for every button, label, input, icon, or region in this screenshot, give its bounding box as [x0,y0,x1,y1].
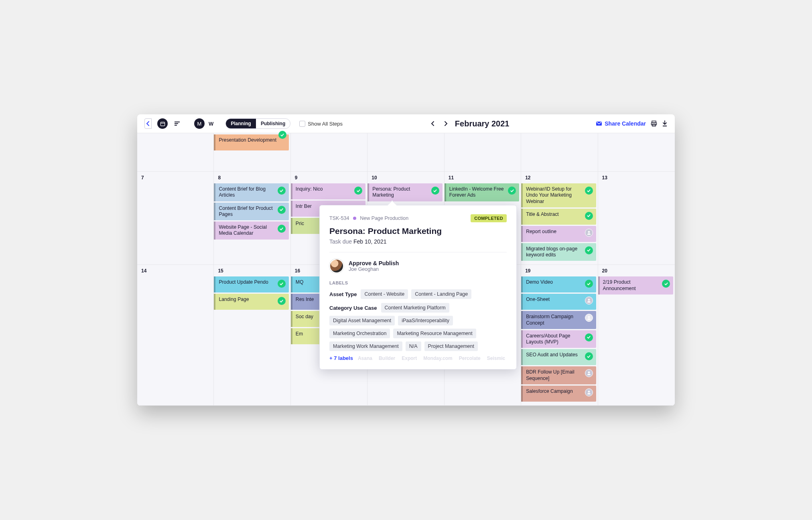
task-card[interactable]: Product Update Pendo [214,276,288,292]
task-card[interactable]: Brainstorm Campaign Concept [521,311,596,329]
more-labels[interactable]: + 7 labels AsanaBuilderExportMonday.comP… [329,355,507,361]
check-icon [278,280,286,288]
task-card[interactable]: Careers/About Page Layouts (MVP) [521,330,596,348]
svg-point-13 [588,316,590,318]
label-tag[interactable]: Content - Website [361,289,408,299]
label-tag[interactable]: Marketing Orchestration [329,329,390,338]
day-number: 15 [214,265,290,275]
task-card[interactable]: Salesforce Campaign [521,386,596,402]
day-number: 10 [367,172,444,182]
label-group: Category Use CaseContent Marketing Platf… [329,303,507,351]
header: M W Planning Publishing Show All Steps F… [137,114,675,133]
back-button[interactable] [144,118,152,129]
download-icon[interactable] [662,120,668,127]
label-group-name: Asset Type [329,291,357,297]
task-card[interactable]: 2/19 Product Announcement [598,276,673,295]
show-all-steps-checkbox[interactable]: Show All Steps [299,121,343,127]
month-label: February 2021 [455,119,510,128]
day-number: 14 [137,265,213,275]
task-card[interactable]: Presentation Development [214,134,288,150]
check-icon [585,246,593,254]
label-tag[interactable]: N/A [406,341,421,351]
task-card-label: Webinar/ID Setup for Undo Your Marketing… [526,186,582,205]
task-card[interactable]: LinkedIn - Welcome Free Forever Ads [445,183,519,201]
task-card-label: Content Brief for Product Pages [219,205,275,218]
calendar-cell[interactable] [598,133,675,172]
task-card[interactable]: Persona: Product Marketing [367,183,442,201]
assignee-avatar [329,259,344,273]
avatar-m[interactable]: M [194,118,205,129]
task-title: Persona: Product Marketing [329,226,507,236]
check-icon [508,187,516,195]
assignee-avatar-icon [585,297,593,305]
calendar-cell[interactable] [291,133,367,172]
task-card[interactable]: Report outline [521,226,596,242]
calendar-cell[interactable] [367,133,444,172]
calendar-cell[interactable]: 7 [137,172,214,265]
label-tag[interactable]: Content Marketing Platform [381,303,449,313]
check-icon [662,280,670,288]
task-card-label: Website Page - Social Media Calendar [219,224,275,237]
calendar-cell[interactable] [521,133,598,172]
calendar-cell[interactable]: 13 [598,172,675,265]
next-month[interactable] [442,119,449,128]
print-icon[interactable] [651,120,657,127]
task-card-label: Migrated blogs on-page keyword edits [526,246,582,258]
toggle-publishing[interactable]: Publishing [256,119,290,128]
status-badge: COMPLETED [471,214,507,222]
app-frame: M W Planning Publishing Show All Steps F… [137,114,675,406]
calendar-cell[interactable]: 14 [137,265,214,406]
share-calendar[interactable]: Share Calendar [596,120,646,127]
task-card[interactable]: One-Sheet [521,294,596,310]
calendar-cell[interactable]: 8Content Brief for Blog ArticlesContent … [214,172,290,265]
calendar-cell[interactable]: 15Product Update PendoLanding Page [214,265,290,406]
calendar-cell[interactable] [137,133,214,172]
task-card[interactable]: Demo Video [521,276,596,292]
toggle-planning[interactable]: Planning [226,119,256,128]
calendar-cell[interactable]: 202/19 Product Announcement [598,265,675,406]
task-popover: TSK-534 New Page Production COMPLETED Pe… [319,205,517,370]
label-tag[interactable]: Marketing Work Management [329,341,402,351]
ghost-labels: AsanaBuilderExportMonday.comPercolateSei… [358,355,505,361]
task-card[interactable]: Website Page - Social Media Calendar [214,221,288,240]
task-card[interactable]: Migrated blogs on-page keyword edits [521,243,596,261]
calendar-cell[interactable]: Presentation Development [214,133,290,172]
task-card[interactable]: Content Brief for Blog Articles [214,183,288,201]
task-due: Task due Feb 10, 2021 [329,238,507,245]
label-tag[interactable]: Project Management [424,341,478,351]
task-card[interactable]: BDR Follow Up [Email Sequence] [521,366,596,384]
label-tag[interactable]: Content - Landing Page [411,289,471,299]
task-card-label: One-Sheet [526,297,582,303]
task-card-label: Inquiry: Nico [296,186,352,192]
calendar-cell[interactable] [445,133,521,172]
task-card[interactable]: Landing Page [214,294,288,310]
task-card[interactable]: Content Brief for Product Pages [214,203,288,221]
step-name: Approve & Publish [349,260,399,266]
calendar-cell[interactable]: 12Webinar/ID Setup for Undo Your Marketi… [521,172,598,265]
task-card-label: Presentation Development [219,137,285,143]
task-card[interactable]: Title & Abstract [521,209,596,225]
task-card-label: SEO Audit and Updates [526,352,582,358]
day-number: 20 [598,265,675,275]
svg-point-12 [588,299,590,301]
label-tag[interactable]: Digital Asset Management [329,316,395,325]
calendar-cell[interactable]: 19Demo VideoOne-SheetBrainstorm Campaign… [521,265,598,406]
label-tag[interactable]: iPaaS/Interoperability [398,316,453,325]
mode-w[interactable]: W [209,121,213,127]
assignee-avatar-icon [585,369,593,377]
task-card[interactable]: SEO Audit and Updates [521,349,596,365]
check-icon [585,187,593,195]
calendar-icon[interactable] [157,118,168,129]
assignee-avatar-icon [585,229,593,237]
task-card[interactable]: Webinar/ID Setup for Undo Your Marketing… [521,183,596,207]
plan-publish-toggle: Planning Publishing [225,118,290,129]
label-tag[interactable]: Marketing Resource Management [393,329,476,338]
list-icon[interactable] [172,118,182,129]
task-card-label: Demo Video [526,279,582,285]
check-icon [354,187,362,195]
day-number: 19 [521,265,597,275]
day-number: 7 [137,172,213,182]
prev-month[interactable] [429,119,436,128]
svg-point-14 [588,372,590,374]
task-card[interactable]: Inquiry: Nico [291,183,365,199]
